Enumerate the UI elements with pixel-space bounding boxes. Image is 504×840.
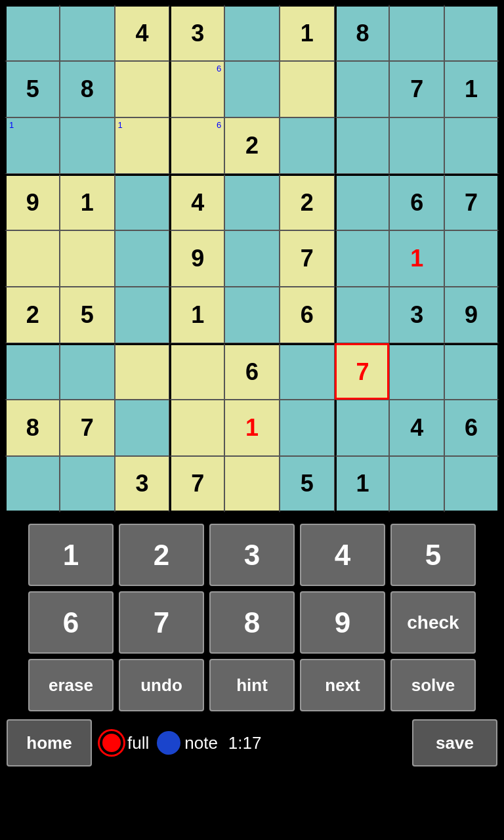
cell-4-3[interactable]: 9	[169, 230, 224, 287]
cell-3-7[interactable]: 6	[389, 174, 444, 230]
cell-5-4[interactable]	[224, 287, 280, 343]
cell-7-0[interactable]: 8	[5, 400, 60, 456]
num-btn-8[interactable]: 8	[209, 591, 295, 654]
cell-7-4[interactable]: 1	[224, 400, 280, 456]
num-btn-3[interactable]: 3	[209, 524, 295, 586]
cell-6-6[interactable]: 7	[335, 343, 390, 400]
num-btn-7[interactable]: 7	[119, 591, 204, 654]
erase-button[interactable]: erase	[28, 659, 114, 711]
cell-5-3[interactable]: 1	[169, 287, 224, 343]
cell-4-8[interactable]	[444, 230, 499, 287]
cell-5-2[interactable]	[115, 287, 170, 343]
cell-2-6[interactable]	[335, 117, 390, 174]
cell-7-6[interactable]	[335, 400, 390, 456]
cell-3-6[interactable]	[335, 174, 390, 230]
cell-1-3[interactable]: 6	[169, 61, 224, 117]
cell-1-1[interactable]: 8	[60, 61, 115, 117]
save-button[interactable]: save	[412, 719, 497, 766]
cell-3-8[interactable]: 7	[444, 174, 499, 230]
cell-4-0[interactable]	[5, 230, 60, 287]
cell-7-7[interactable]: 4	[389, 400, 444, 456]
num-btn-9[interactable]: 9	[300, 591, 385, 654]
cell-6-8[interactable]	[444, 343, 499, 400]
cell-2-1[interactable]	[60, 117, 115, 174]
cell-4-1[interactable]	[60, 230, 115, 287]
cell-8-7[interactable]	[389, 456, 444, 513]
cell-5-5[interactable]: 6	[280, 287, 335, 343]
cell-7-5[interactable]	[280, 400, 335, 456]
cell-6-1[interactable]	[60, 343, 115, 400]
num-btn-4[interactable]: 4	[300, 524, 385, 586]
cell-6-0[interactable]	[5, 343, 60, 400]
cell-2-2[interactable]: 1	[115, 117, 170, 174]
cell-0-1[interactable]	[60, 5, 115, 61]
cell-1-0[interactable]: 5	[5, 61, 60, 117]
cell-4-2[interactable]	[115, 230, 170, 287]
cell-0-6[interactable]: 8	[335, 5, 390, 61]
undo-button[interactable]: undo	[119, 659, 204, 711]
cell-6-3[interactable]	[169, 343, 224, 400]
cell-5-1[interactable]: 5	[60, 287, 115, 343]
cell-8-2[interactable]: 3	[115, 456, 170, 513]
cell-4-4[interactable]	[224, 230, 280, 287]
cell-4-7[interactable]: 1	[389, 230, 444, 287]
cell-2-3[interactable]: 6	[169, 117, 224, 174]
cell-1-7[interactable]: 7	[389, 61, 444, 117]
cell-2-7[interactable]	[389, 117, 444, 174]
cell-0-5[interactable]: 1	[280, 5, 335, 61]
cell-4-5[interactable]: 7	[280, 230, 335, 287]
cell-0-7[interactable]	[389, 5, 444, 61]
cell-8-4[interactable]	[224, 456, 280, 513]
check-button[interactable]: check	[390, 591, 476, 654]
cell-1-2[interactable]	[115, 61, 170, 117]
cell-3-0[interactable]: 9	[5, 174, 60, 230]
cell-3-2[interactable]	[115, 174, 170, 230]
cell-8-1[interactable]	[60, 456, 115, 513]
cell-6-2[interactable]	[115, 343, 170, 400]
cell-1-5[interactable]	[280, 61, 335, 117]
cell-1-8[interactable]: 1	[444, 61, 499, 117]
cell-0-3[interactable]: 3	[169, 5, 224, 61]
cell-8-8[interactable]	[444, 456, 499, 513]
controls: 1 2 3 4 5 6 7 8 9 check erase undo hint …	[0, 517, 504, 711]
cell-2-5[interactable]	[280, 117, 335, 174]
cell-0-8[interactable]	[444, 5, 499, 61]
cell-8-3[interactable]: 7	[169, 456, 224, 513]
cell-2-0[interactable]: 1	[5, 117, 60, 174]
home-button[interactable]: home	[7, 719, 92, 766]
num-btn-6[interactable]: 6	[28, 591, 114, 654]
num-btn-1[interactable]: 1	[28, 524, 114, 586]
cell-5-7[interactable]: 3	[389, 287, 444, 343]
cell-6-4[interactable]: 6	[224, 343, 280, 400]
cell-1-6[interactable]	[335, 61, 390, 117]
cell-3-1[interactable]: 1	[60, 174, 115, 230]
timer-display: 1:17	[228, 733, 262, 753]
cell-5-0[interactable]: 2	[5, 287, 60, 343]
cell-8-5[interactable]: 5	[280, 456, 335, 513]
cell-7-8[interactable]: 6	[444, 400, 499, 456]
cell-8-6[interactable]: 1	[335, 456, 390, 513]
cell-6-5[interactable]	[280, 343, 335, 400]
num-btn-5[interactable]: 5	[390, 524, 476, 586]
cell-3-5[interactable]: 2	[280, 174, 335, 230]
cell-0-4[interactable]	[224, 5, 280, 61]
num-btn-2[interactable]: 2	[119, 524, 204, 586]
hint-button[interactable]: hint	[209, 659, 295, 711]
cell-5-8[interactable]: 9	[444, 287, 499, 343]
cell-6-7[interactable]	[389, 343, 444, 400]
cell-5-6[interactable]	[335, 287, 390, 343]
next-button[interactable]: next	[300, 659, 385, 711]
cell-3-4[interactable]	[224, 174, 280, 230]
cell-4-6[interactable]	[335, 230, 390, 287]
cell-8-0[interactable]	[5, 456, 60, 513]
cell-2-8[interactable]	[444, 117, 499, 174]
cell-2-4[interactable]: 2	[224, 117, 280, 174]
cell-0-0[interactable]	[5, 5, 60, 61]
cell-7-1[interactable]: 7	[60, 400, 115, 456]
cell-7-3[interactable]	[169, 400, 224, 456]
cell-1-4[interactable]	[224, 61, 280, 117]
cell-0-2[interactable]: 4	[115, 5, 170, 61]
cell-3-3[interactable]: 4	[169, 174, 224, 230]
cell-7-2[interactable]	[115, 400, 170, 456]
solve-button[interactable]: solve	[390, 659, 476, 711]
